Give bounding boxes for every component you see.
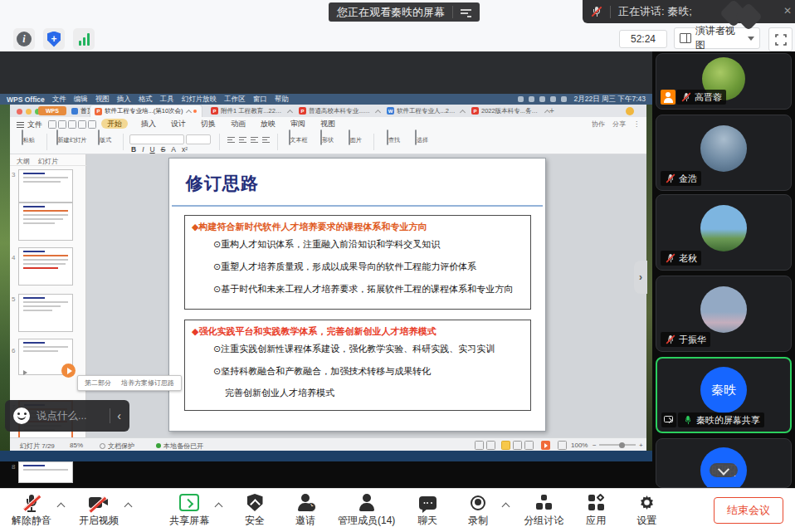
save-icon[interactable] xyxy=(48,120,56,129)
superscript-button[interactable]: x² xyxy=(182,145,188,154)
menu-item[interactable]: 格式 xyxy=(139,95,153,105)
mic-options-chevron[interactable] xyxy=(57,502,65,510)
participant-tile[interactable]: 于振华 xyxy=(656,276,792,352)
more-icon[interactable] xyxy=(88,120,96,129)
slide-thumbnail[interactable] xyxy=(18,247,73,286)
close-icon[interactable]: ✕ xyxy=(783,6,792,16)
backup-status[interactable]: 本地备份已开 xyxy=(156,442,203,451)
unmute-button[interactable]: 解除静音 xyxy=(12,494,51,528)
participant-tile[interactable]: 老秋 xyxy=(656,194,792,271)
fit-slide-icon[interactable] xyxy=(558,441,567,450)
end-meeting-button[interactable]: 结束会议 xyxy=(714,497,783,524)
banner-menu-icon[interactable] xyxy=(461,8,471,17)
ribbon-tab[interactable]: 插入 xyxy=(141,119,156,129)
underline-button[interactable]: U xyxy=(150,145,155,154)
invite-button[interactable]: + 邀请 xyxy=(287,494,324,528)
ribbon-tab[interactable]: 放映 xyxy=(261,119,276,129)
ribbon-tab-active[interactable]: 开始 xyxy=(101,119,128,129)
slideshow-play-button[interactable] xyxy=(61,364,76,378)
meeting-info-button[interactable]: i xyxy=(13,28,35,50)
participant-tile[interactable]: 金浩 xyxy=(656,115,792,191)
menu-item[interactable]: 幻灯片放映 xyxy=(182,95,217,105)
new-tab-button[interactable]: + xyxy=(549,106,554,115)
menu-item[interactable]: 帮助 xyxy=(275,95,289,105)
emoji-icon[interactable] xyxy=(13,408,30,424)
wps-logo-tab[interactable]: WPS xyxy=(38,106,66,115)
reading-view-icon[interactable] xyxy=(524,441,534,450)
slides-tab[interactable]: 幻灯片 xyxy=(38,157,58,165)
menu-item[interactable]: 工具 xyxy=(160,95,174,105)
slide-thumbnail[interactable] xyxy=(18,169,73,203)
outline-tab[interactable]: 大纲 xyxy=(17,157,30,165)
record-button[interactable]: 录制 xyxy=(460,494,496,528)
bold-button[interactable]: B xyxy=(131,145,136,154)
collab-button[interactable]: 协作 xyxy=(592,120,605,129)
doc-tab-active[interactable]: P 软件工程专业培...(第10次会) xyxy=(90,105,202,117)
normal-view-icon[interactable] xyxy=(501,441,510,450)
doc-tab[interactable]: P2022版本科专...务任务书.pdf xyxy=(471,106,549,115)
assistant-icon[interactable] xyxy=(626,107,634,115)
align-right-icon[interactable] xyxy=(251,137,258,144)
chat-quick-input[interactable]: 说点什么... ‹ xyxy=(5,400,129,432)
participant-tile[interactable]: 高晋蓉 xyxy=(656,53,792,110)
select-button[interactable]: 选择 xyxy=(410,130,433,145)
redo-icon[interactable] xyxy=(78,120,86,129)
paste-button[interactable]: 粘贴 xyxy=(17,130,40,145)
manage-members-button[interactable]: 管理成员(14) xyxy=(338,494,395,528)
font-size-select[interactable] xyxy=(186,134,211,144)
textbox-button[interactable]: 文本框 xyxy=(285,130,310,145)
participant-tile-speaking[interactable]: 秦昳 秦昳的屏幕共享 xyxy=(656,357,792,433)
share-options-chevron[interactable] xyxy=(215,502,222,510)
font-color-button[interactable]: A xyxy=(171,145,176,154)
ribbon-tab[interactable]: 审阅 xyxy=(290,119,305,129)
ribbon-tab[interactable]: 设计 xyxy=(171,119,186,129)
strike-button[interactable]: S xyxy=(161,145,166,154)
print-icon[interactable] xyxy=(58,120,66,129)
doc-tab[interactable]: P普通高校本科专业...2016.pdf xyxy=(299,106,380,115)
undo-icon[interactable] xyxy=(68,120,76,129)
alignment-buttons[interactable] xyxy=(227,137,270,144)
doc-tab[interactable]: P附件1 工程教育...22版).pdf xyxy=(211,106,292,115)
menu-item[interactable]: 工作区 xyxy=(224,95,246,105)
new-slide-button[interactable]: 新建幻灯片 xyxy=(53,130,90,145)
play-arrow-icon[interactable] xyxy=(23,370,27,375)
align-justify-icon[interactable] xyxy=(262,137,270,144)
sidebar-scroll-down-button[interactable] xyxy=(710,463,738,477)
start-video-button[interactable]: 开启视频 xyxy=(79,494,119,528)
shapes-button[interactable]: 形状 xyxy=(315,130,339,145)
menu-item[interactable]: 窗口 xyxy=(253,95,267,105)
ribbon-tab[interactable]: 切换 xyxy=(201,119,216,129)
sorter-view-icon[interactable] xyxy=(513,441,522,450)
zoom-in-button[interactable]: + xyxy=(639,442,643,449)
more-dots-icon[interactable]: ⋮ xyxy=(633,120,640,128)
share-button[interactable]: 分享 xyxy=(612,120,626,129)
slideshow-button[interactable] xyxy=(541,441,550,450)
zoom-slider-knob[interactable] xyxy=(619,442,625,448)
image-button[interactable]: 图片 xyxy=(344,130,367,145)
menu-item[interactable]: 文件 xyxy=(52,95,66,105)
chat-placeholder[interactable]: 说点什么... xyxy=(37,409,103,423)
record-options-chevron[interactable] xyxy=(502,502,510,510)
file-menu[interactable]: 文件 xyxy=(17,120,42,130)
video-options-chevron[interactable] xyxy=(124,502,132,510)
comments-icon[interactable] xyxy=(486,441,495,450)
font-family-select[interactable] xyxy=(129,134,184,144)
chat-button[interactable]: 聊天 xyxy=(409,494,446,528)
zoom-slider[interactable] xyxy=(599,444,636,446)
align-center-icon[interactable] xyxy=(239,137,246,144)
menu-item[interactable]: WPS Office xyxy=(7,95,45,104)
slide-thumbnail[interactable] xyxy=(18,203,73,241)
window-traffic-lights[interactable] xyxy=(17,109,41,115)
align-left-icon[interactable] xyxy=(227,137,235,144)
menu-item[interactable]: 视图 xyxy=(95,95,110,105)
notes-icon[interactable] xyxy=(475,441,484,450)
slide-thumbnail[interactable] xyxy=(18,294,73,332)
fullscreen-button[interactable] xyxy=(768,27,793,51)
apps-button[interactable]: 应用 xyxy=(578,494,614,528)
layout-button[interactable]: 版式 xyxy=(93,130,116,145)
breakout-rooms-button[interactable]: 分组讨论 xyxy=(524,494,563,528)
italic-button[interactable]: I xyxy=(142,145,144,154)
slide-canvas[interactable]: 修订思路 ◆构建符合新时代软件人才培养要求的课程体系和专业方向 ⊙重构人才知识体… xyxy=(168,158,546,432)
collapse-left-icon[interactable]: ‹ xyxy=(117,410,121,422)
doc-tab[interactable]: W软件工程专业人...230222) xyxy=(387,106,465,115)
